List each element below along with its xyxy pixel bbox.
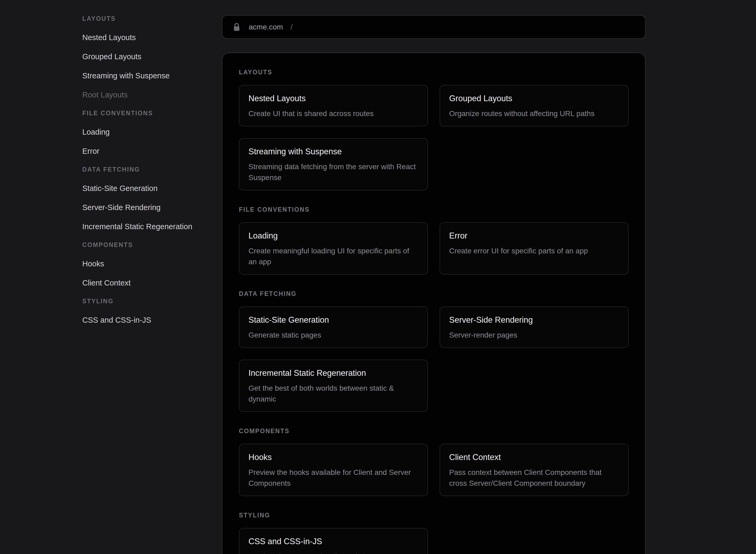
feature-card-streaming-with-suspense[interactable]: Streaming with Suspense Streaming data f… xyxy=(239,138,428,190)
feature-card-description: Streaming data fetching from the server … xyxy=(248,161,418,183)
feature-card-description: Preview the supported styling solutions xyxy=(248,551,418,554)
feature-card-title: Hooks xyxy=(248,452,418,462)
sidebar-section-heading: COMPONENTS xyxy=(82,241,212,248)
sidebar-section-heading: DATA FETCHING xyxy=(82,166,212,173)
feature-card-title: Error xyxy=(449,231,619,241)
content-section-heading: FILE CONVENTIONS xyxy=(239,206,629,213)
feature-card-title: Nested Layouts xyxy=(248,94,418,103)
url-path: / xyxy=(291,23,293,31)
sidebar-section-heading: FILE CONVENTIONS xyxy=(82,109,212,117)
sidebar-section: STYLING CSS and CSS-in-JS xyxy=(82,297,212,325)
feature-card-description: Server-render pages xyxy=(449,330,619,340)
content-section-heading: COMPONENTS xyxy=(239,427,629,435)
sidebar-item-root-layouts[interactable]: Root Layouts xyxy=(82,90,212,99)
content-section: DATA FETCHING Static-Site Generation Gen… xyxy=(239,290,629,412)
feature-card-description: Create UI that is shared across routes xyxy=(248,108,418,119)
card-grid: CSS and CSS-in-JS Preview the supported … xyxy=(239,528,629,554)
feature-card-description: Get the best of both worlds between stat… xyxy=(248,383,418,404)
card-grid: Loading Create meaningful loading UI for… xyxy=(239,222,629,275)
feature-card-title: Grouped Layouts xyxy=(449,94,619,103)
card-grid: Hooks Preview the hooks available for Cl… xyxy=(239,444,629,496)
sidebar-item-streaming-with-suspense[interactable]: Streaming with Suspense xyxy=(82,71,212,80)
feature-card-description: Create error UI for specific parts of an… xyxy=(449,245,619,256)
card-grid: Static-Site Generation Generate static p… xyxy=(239,307,629,412)
sidebar-item-css-and-css-in-js[interactable]: CSS and CSS-in-JS xyxy=(82,316,212,325)
sidebar-item-nested-layouts[interactable]: Nested Layouts xyxy=(82,33,212,42)
sidebar-section-items: HooksClient Context xyxy=(82,259,212,287)
feature-card-grouped-layouts[interactable]: Grouped Layouts Organize routes without … xyxy=(440,85,629,126)
feature-card-hooks[interactable]: Hooks Preview the hooks available for Cl… xyxy=(239,444,428,496)
lock-icon xyxy=(233,23,240,31)
sidebar-item-client-context[interactable]: Client Context xyxy=(82,278,212,287)
sidebar-section-heading: STYLING xyxy=(82,297,212,305)
feature-card-error[interactable]: Error Create error UI for specific parts… xyxy=(440,222,629,275)
address-bar[interactable]: acme.com / xyxy=(222,15,645,39)
feature-card-title: Incremental Static Regeneration xyxy=(248,368,418,378)
sidebar-section: FILE CONVENTIONS LoadingError xyxy=(82,109,212,156)
sidebar-section-items: LoadingError xyxy=(82,127,212,156)
sidebar: LAYOUTS Nested LayoutsGrouped LayoutsStr… xyxy=(82,15,212,335)
feature-card-title: Streaming with Suspense xyxy=(248,147,418,156)
feature-card-title: CSS and CSS-in-JS xyxy=(248,537,418,546)
content-section: STYLING CSS and CSS-in-JS Preview the su… xyxy=(239,511,629,554)
sidebar-item-error[interactable]: Error xyxy=(82,147,212,156)
feature-card-description: Create meaningful loading UI for specifi… xyxy=(248,245,418,267)
url-domain: acme.com xyxy=(249,23,283,31)
sidebar-item-incremental-static-regeneration[interactable]: Incremental Static Regeneration xyxy=(82,222,212,231)
feature-card-description: Generate static pages xyxy=(248,330,418,340)
sidebar-item-server-side-rendering[interactable]: Server-Side Rendering xyxy=(82,203,212,212)
feature-card-description: Pass context between Client Components t… xyxy=(449,467,619,489)
content-panel: LAYOUTS Nested Layouts Create UI that is… xyxy=(222,53,645,554)
feature-card-title: Client Context xyxy=(449,452,619,462)
sidebar-section-items: Static-Site GenerationServer-Side Render… xyxy=(82,184,212,231)
sidebar-section-heading: LAYOUTS xyxy=(82,15,212,22)
feature-card-client-context[interactable]: Client Context Pass context between Clie… xyxy=(440,444,629,496)
content-section: FILE CONVENTIONS Loading Create meaningf… xyxy=(239,206,629,275)
sidebar-item-hooks[interactable]: Hooks xyxy=(82,259,212,268)
feature-card-server-side-rendering[interactable]: Server-Side Rendering Server-render page… xyxy=(440,307,629,348)
content-section-heading: DATA FETCHING xyxy=(239,290,629,297)
feature-card-css-and-css-in-js[interactable]: CSS and CSS-in-JS Preview the supported … xyxy=(239,528,428,554)
sidebar-section-items: CSS and CSS-in-JS xyxy=(82,316,212,325)
app-root: { "colors": { "page_bg": "#18181a", "pan… xyxy=(0,0,756,554)
feature-card-title: Loading xyxy=(248,231,418,241)
feature-card-nested-layouts[interactable]: Nested Layouts Create UI that is shared … xyxy=(239,85,428,126)
feature-card-description: Organize routes without affecting URL pa… xyxy=(449,108,619,119)
content-section-heading: LAYOUTS xyxy=(239,68,629,76)
sidebar-section: DATA FETCHING Static-Site GenerationServ… xyxy=(82,166,212,231)
content-section: LAYOUTS Nested Layouts Create UI that is… xyxy=(239,68,629,190)
content-section: COMPONENTS Hooks Preview the hooks avail… xyxy=(239,427,629,496)
card-grid: Nested Layouts Create UI that is shared … xyxy=(239,85,629,190)
content-section-heading: STYLING xyxy=(239,511,629,519)
sidebar-section: COMPONENTS HooksClient Context xyxy=(82,241,212,287)
feature-card-incremental-static-regeneration[interactable]: Incremental Static Regeneration Get the … xyxy=(239,359,428,412)
sidebar-section: LAYOUTS Nested LayoutsGrouped LayoutsStr… xyxy=(82,15,212,99)
feature-card-static-site-generation[interactable]: Static-Site Generation Generate static p… xyxy=(239,307,428,348)
sidebar-item-grouped-layouts[interactable]: Grouped Layouts xyxy=(82,52,212,61)
feature-card-loading[interactable]: Loading Create meaningful loading UI for… xyxy=(239,222,428,275)
feature-card-title: Static-Site Generation xyxy=(248,315,418,325)
sidebar-item-loading[interactable]: Loading xyxy=(82,127,212,136)
sidebar-item-static-site-generation[interactable]: Static-Site Generation xyxy=(82,184,212,193)
feature-card-description: Preview the hooks available for Client a… xyxy=(248,467,418,489)
sidebar-section-items: Nested LayoutsGrouped LayoutsStreaming w… xyxy=(82,33,212,99)
feature-card-title: Server-Side Rendering xyxy=(449,315,619,325)
